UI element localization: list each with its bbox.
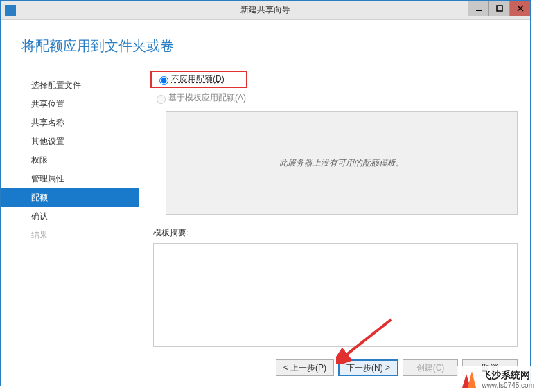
main-panel: 不应用配额(D) 基于模板应用配额(A): 此服务器上没有可用的配额模板。 模板… [139, 62, 518, 353]
window-title: 新建共享向导 [240, 4, 290, 16]
radio-template-label: 基于模板应用配额(A): [168, 92, 248, 104]
close-button[interactable] [509, 1, 530, 16]
step-permissions[interactable]: 权限 [1, 151, 139, 170]
svg-marker-6 [468, 371, 476, 388]
wizard-body: 将配额应用到文件夹或卷 选择配置文件 共享位置 共享名称 其他设置 权限 管理属… [1, 20, 530, 386]
svg-rect-0 [476, 10, 482, 11]
watermark-title: 飞沙系统网 [482, 369, 534, 382]
wizard-window: 新建共享向导 将配额应用到文件夹或卷 选择配置文件 共享位置 共享名称 其他设置… [0, 0, 531, 386]
step-results: 结果 [1, 226, 139, 244]
step-management-properties[interactable]: 管理属性 [1, 170, 139, 188]
radio-no-quota-input[interactable] [159, 76, 168, 85]
page-header: 将配额应用到文件夹或卷 [1, 20, 530, 62]
step-select-profile[interactable]: 选择配置文件 [1, 76, 139, 95]
step-quota[interactable]: 配额 [1, 188, 139, 207]
title-controls [468, 1, 530, 16]
step-confirm[interactable]: 确认 [1, 207, 139, 226]
wizard-steps-sidebar: 选择配置文件 共享位置 共享名称 其他设置 权限 管理属性 配额 确认 结果 [1, 62, 139, 353]
step-share-location[interactable]: 共享位置 [1, 95, 139, 114]
next-button[interactable]: 下一步(N) > [338, 359, 398, 376]
watermark-text: 飞沙系统网 www.fs0745.com [482, 369, 534, 389]
app-icon [5, 5, 16, 16]
radio-template-input [157, 95, 166, 104]
watermark: 飞沙系统网 www.fs0745.com [457, 366, 537, 392]
radio-no-quota-label: 不应用配额(D) [171, 73, 225, 85]
wizard-footer: < 上一步(P) 下一步(N) > 创建(C) 取消 [1, 353, 530, 386]
page-title: 将配额应用到文件夹或卷 [21, 37, 509, 55]
template-summary-box [153, 243, 518, 347]
svg-rect-1 [497, 6, 502, 11]
template-list-box: 此服务器上没有可用的配额模板。 [166, 111, 518, 215]
create-button: 创建(C) [403, 359, 458, 376]
step-other-settings[interactable]: 其他设置 [1, 132, 139, 151]
watermark-logo-icon [459, 370, 479, 389]
step-share-name[interactable]: 共享名称 [1, 114, 139, 132]
titlebar: 新建共享向导 [1, 1, 530, 20]
minimize-button[interactable] [468, 1, 488, 16]
no-templates-text: 此服务器上没有可用的配额模板。 [279, 157, 404, 169]
radio-template-quota[interactable]: 基于模板应用配额(A): [153, 91, 518, 105]
maximize-button[interactable] [488, 1, 509, 16]
watermark-sub: www.fs0745.com [482, 382, 534, 389]
previous-button[interactable]: < 上一步(P) [276, 359, 334, 376]
content-area: 选择配置文件 共享位置 共享名称 其他设置 权限 管理属性 配额 确认 结果 不… [1, 62, 530, 353]
template-summary-label: 模板摘要: [153, 227, 518, 239]
radio-no-quota[interactable]: 不应用配额(D) [150, 71, 247, 88]
